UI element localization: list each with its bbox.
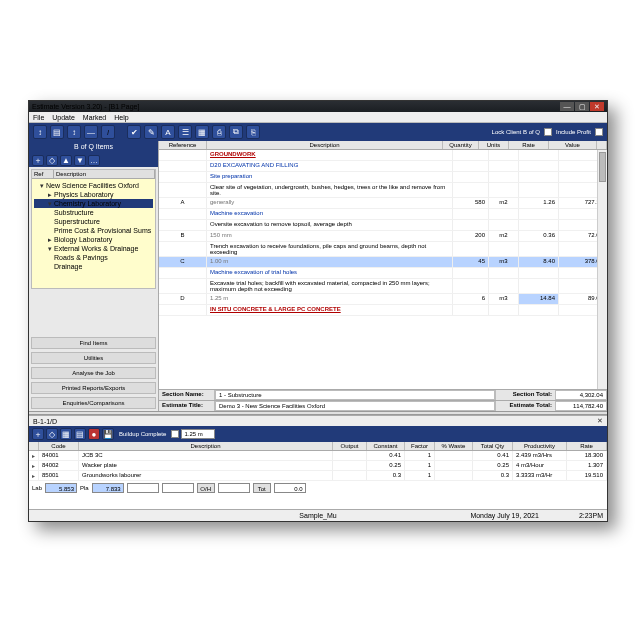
ltool-save[interactable]: 💾 [102,428,114,440]
col-units[interactable]: Units [479,141,509,149]
tree-physics[interactable]: ▸Physics Laboratory [34,190,153,199]
link-utilities[interactable]: Utilities [31,352,156,364]
tool-4[interactable]: — [84,125,98,139]
tree-substructure[interactable]: Substructure [34,208,153,217]
resource-row[interactable]: ▸84001JCB 3C0.4110.412.439 m3/Hrs18.300 [29,451,607,461]
project-tree[interactable]: ▾New Science Facilities Oxford ▸Physics … [32,179,155,273]
lcol-totalqty[interactable]: Total Qty [473,442,513,450]
tree-up-button[interactable]: ▲ [60,155,72,166]
table-row[interactable]: D20 EXCAVATING AND FILLING [159,161,607,172]
col-description[interactable]: Description [207,141,443,149]
tool-e[interactable]: ⎙ [212,125,226,139]
tool-c[interactable]: ☰ [178,125,192,139]
table-row[interactable]: Site preparation [159,172,607,183]
lower-close-icon[interactable]: ✕ [597,417,603,425]
titlebar[interactable]: Estimate Version 3.20) - [B1 Page] — ▢ ✕ [29,101,607,112]
minimize-button[interactable]: — [560,102,574,111]
lcol-constant[interactable]: Constant [367,442,405,450]
close-button[interactable]: ✕ [590,102,604,111]
menu-update[interactable]: Update [52,114,75,121]
lcol-desc[interactable]: Description [79,442,333,450]
link-reports[interactable]: Printed Reports/Exports [31,382,156,394]
col-reference[interactable]: Reference [159,141,207,149]
tool-g[interactable]: ⎘ [246,125,260,139]
buildup-complete-checkbox[interactable] [171,430,179,438]
tot-lab-value[interactable]: 5.853 [45,483,77,493]
menu-help[interactable]: Help [114,114,128,121]
table-row[interactable]: Machine excavation [159,209,607,220]
tree-roads[interactable]: Roads & Pavings [34,253,153,262]
tree-external[interactable]: ▾External Works & Drainage [34,244,153,253]
link-find[interactable]: Find Items [31,337,156,349]
table-row[interactable]: Agenerally580m21.26727.19 [159,198,607,209]
tool-d[interactable]: ▦ [195,125,209,139]
lock-client-checkbox[interactable] [544,128,552,136]
tot-pla-value[interactable]: 7.833 [92,483,124,493]
table-row[interactable]: Oversite excavation to remove topsoil, a… [159,220,607,231]
table-row[interactable]: D1.25 m6m314.8489.04 [159,294,607,305]
tree-biology[interactable]: ▸Biology Laboratory [34,235,153,244]
ltool-grid[interactable]: ▦ [60,428,72,440]
table-row[interactable]: C1.00 m45m38.40378.00 [159,257,607,268]
grid-body[interactable]: GROUNDWORKD20 EXCAVATING AND FILLINGSite… [159,150,607,389]
tool-a[interactable]: ✎ [144,125,158,139]
tot-empty1[interactable] [127,483,159,493]
tree-drainage[interactable]: Drainage [34,262,153,271]
estimate-title-value[interactable]: Demo 3 - New Science Facilities Oxford [215,401,495,411]
ltool-add[interactable]: ＋ [32,428,44,440]
scrollbar-thumb[interactable] [599,152,606,182]
tree-expand-button[interactable]: ◇ [46,155,58,166]
link-enquiries[interactable]: Enquiries/Comparisons [31,397,156,409]
tree-primecost[interactable]: Prime Cost & Provisional Sums [34,226,153,235]
ltool-flag[interactable]: ● [88,428,100,440]
tool-f[interactable]: ⧉ [229,125,243,139]
table-row[interactable]: Clear site of vegetation, undergrowth, b… [159,183,607,198]
cell-desc: Machine excavation of trial holes [207,268,453,278]
tot-oh-value[interactable] [218,483,250,493]
col-rate[interactable]: Rate [509,141,549,149]
maximize-button[interactable]: ▢ [575,102,589,111]
tot-oh-button[interactable]: O/H [197,483,215,493]
ltool-doc[interactable]: ▤ [74,428,86,440]
tool-2[interactable]: ▤ [50,125,64,139]
tot-empty2[interactable] [162,483,194,493]
col-value[interactable]: Value [549,141,597,149]
lcol-rate[interactable]: Rate [567,442,607,450]
tool-1[interactable]: ↕ [33,125,47,139]
lcol-code[interactable]: Code [39,442,79,450]
table-row[interactable]: B150 mm200m20.3672.09 [159,231,607,242]
tree-down-button[interactable]: ▼ [74,155,86,166]
tool-5[interactable]: I [101,125,115,139]
include-profit-checkbox[interactable] [595,128,603,136]
lcol-output[interactable]: Output [333,442,367,450]
lcol-productivity[interactable]: Productivity [513,442,567,450]
ltool-expand[interactable]: ◇ [46,428,58,440]
lcol-factor[interactable]: Factor [405,442,435,450]
section-name-value[interactable]: 1 - Substructure [215,390,495,400]
tree-superstructure[interactable]: Superstructure [34,217,153,226]
link-analyse[interactable]: Analyse the Job [31,367,156,379]
table-row[interactable]: Machine excavation of trial holes [159,268,607,279]
resource-row[interactable]: ▸85001Groundworks labourer0.310.33.3333 … [29,471,607,481]
menu-file[interactable]: File [33,114,44,121]
tree-more-button[interactable]: … [88,155,100,166]
table-row[interactable]: Trench excavation to receive foundations… [159,242,607,257]
lower-grid-body[interactable]: ▸84001JCB 3C0.4110.412.439 m3/Hrs18.300▸… [29,451,607,481]
buildup-value-input[interactable] [181,429,215,439]
tree-root[interactable]: ▾New Science Facilities Oxford [34,181,153,190]
tree-add-button[interactable]: ＋ [32,155,44,166]
table-row[interactable]: GROUNDWORK [159,150,607,161]
grid-scrollbar[interactable] [597,150,607,389]
tot-tot-button[interactable]: Tot [253,483,271,493]
table-row[interactable]: IN SITU CONCRETE & LARGE PC CONCRETE [159,305,607,316]
tot-tot-value[interactable]: 0.0 [274,483,306,493]
tree-chemistry[interactable]: ▾Chemistry Laboratory [34,199,153,208]
lcol-waste[interactable]: % Waste [435,442,473,450]
table-row[interactable]: Excavate trial holes; backfill with exca… [159,279,607,294]
tool-check[interactable]: ✔ [127,125,141,139]
menu-marked[interactable]: Marked [83,114,106,121]
tool-b[interactable]: A [161,125,175,139]
resource-row[interactable]: ▸84002Wacker plate0.2510.254 m3/Hour1.30… [29,461,607,471]
tool-3[interactable]: ↕ [67,125,81,139]
col-quantity[interactable]: Quantity [443,141,479,149]
